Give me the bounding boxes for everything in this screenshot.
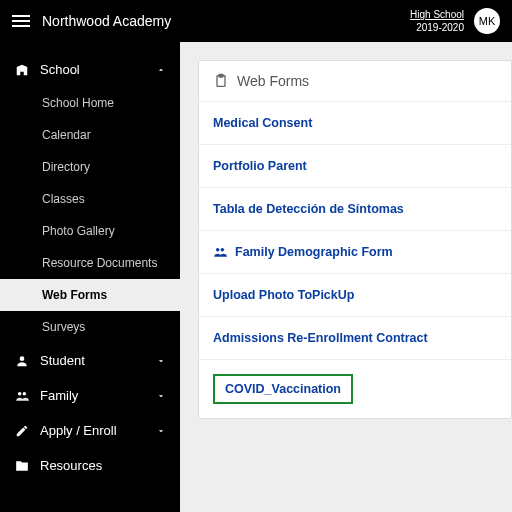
nav-label: Resources (40, 458, 166, 473)
form-row-label: Upload Photo ToPickUp (213, 288, 354, 302)
context-school: High School (410, 8, 464, 21)
menu-icon[interactable] (12, 15, 30, 27)
highlight-box: COVID_Vaccination (213, 374, 353, 404)
person-icon (14, 354, 30, 368)
clipboard-icon (213, 73, 229, 89)
context-switcher[interactable]: High School 2019-2020 (410, 8, 464, 34)
sidebar-item-resource-documents[interactable]: Resource Documents (0, 247, 180, 279)
panel-header: Web Forms (199, 61, 511, 101)
form-row-label: Tabla de Detección de Síntomas (213, 202, 404, 216)
form-row-covid-vaccination[interactable]: COVID_Vaccination (199, 359, 511, 418)
main-content: Web Forms Medical Consent Portfolio Pare… (180, 42, 512, 512)
sidebar: School School Home Calendar Directory Cl… (0, 42, 180, 512)
sidebar-item-surveys[interactable]: Surveys (0, 311, 180, 343)
building-icon (14, 63, 30, 77)
form-row-family-demographic[interactable]: Family Demographic Form (199, 230, 511, 273)
form-row-label: Admissions Re-Enrollment Contract (213, 331, 428, 345)
people-icon (213, 245, 227, 259)
nav-head-student[interactable]: Student (0, 343, 180, 378)
nav-head-apply-enroll[interactable]: Apply / Enroll (0, 413, 180, 448)
chevron-down-icon (156, 426, 166, 436)
context-year: 2019-2020 (410, 21, 464, 34)
form-row-sintomas[interactable]: Tabla de Detección de Síntomas (199, 187, 511, 230)
chevron-down-icon (156, 391, 166, 401)
form-row-label: COVID_Vaccination (225, 382, 341, 396)
header-left: Northwood Academy (12, 13, 171, 29)
sidebar-item-photo-gallery[interactable]: Photo Gallery (0, 215, 180, 247)
people-icon (14, 389, 30, 403)
svg-point-6 (221, 248, 225, 252)
nav-head-family[interactable]: Family (0, 378, 180, 413)
nav-label: School (40, 62, 146, 77)
folder-icon (14, 459, 30, 473)
sidebar-item-classes[interactable]: Classes (0, 183, 180, 215)
nav-head-school[interactable]: School (0, 52, 180, 87)
sidebar-item-directory[interactable]: Directory (0, 151, 180, 183)
header-right: High School 2019-2020 MK (410, 8, 500, 34)
web-forms-panel: Web Forms Medical Consent Portfolio Pare… (198, 60, 512, 419)
svg-point-1 (18, 391, 22, 395)
form-row-upload-photo[interactable]: Upload Photo ToPickUp (199, 273, 511, 316)
chevron-up-icon (156, 65, 166, 75)
nav-section-school: School School Home Calendar Directory Cl… (0, 52, 180, 343)
sidebar-item-calendar[interactable]: Calendar (0, 119, 180, 151)
sidebar-item-web-forms[interactable]: Web Forms (0, 279, 180, 311)
nav-label: Student (40, 353, 146, 368)
chevron-down-icon (156, 356, 166, 366)
pencil-icon (14, 424, 30, 438)
form-row-label: Family Demographic Form (235, 245, 393, 259)
app-title: Northwood Academy (42, 13, 171, 29)
svg-point-5 (216, 248, 220, 252)
svg-rect-4 (219, 74, 223, 77)
app-header: Northwood Academy High School 2019-2020 … (0, 0, 512, 42)
nav-label: Family (40, 388, 146, 403)
nav-label: Apply / Enroll (40, 423, 146, 438)
avatar[interactable]: MK (474, 8, 500, 34)
panel-title: Web Forms (237, 73, 309, 89)
sidebar-item-school-home[interactable]: School Home (0, 87, 180, 119)
form-row-label: Portfolio Parent (213, 159, 307, 173)
form-row-label: Medical Consent (213, 116, 312, 130)
svg-point-0 (20, 356, 25, 361)
form-row-admissions-reenrollment[interactable]: Admissions Re-Enrollment Contract (199, 316, 511, 359)
form-row-medical-consent[interactable]: Medical Consent (199, 101, 511, 144)
svg-point-2 (23, 391, 26, 395)
nav-head-resources[interactable]: Resources (0, 448, 180, 483)
form-row-portfolio-parent[interactable]: Portfolio Parent (199, 144, 511, 187)
